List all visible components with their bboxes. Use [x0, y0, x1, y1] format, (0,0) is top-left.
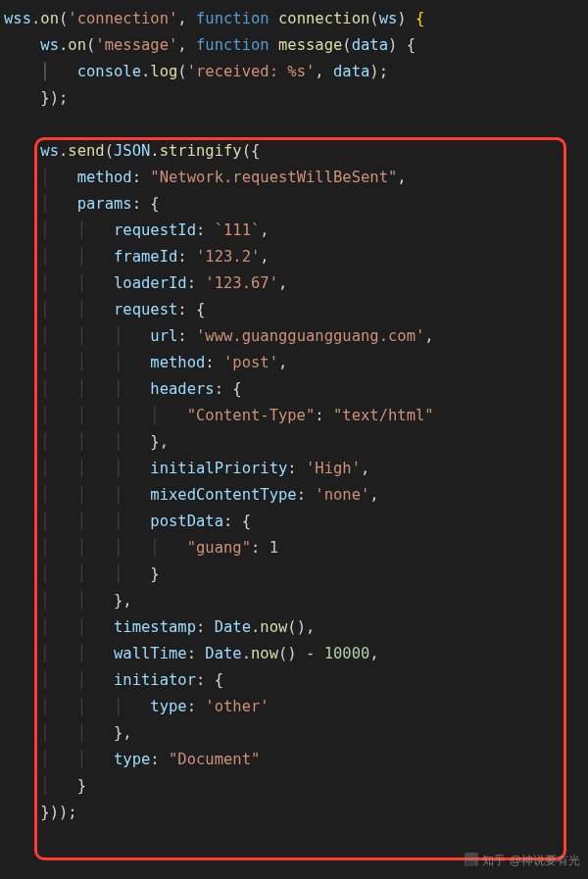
- token-str: '123.67': [205, 274, 278, 292]
- token-obj: Date: [205, 645, 241, 662]
- code-line: │ │ type: "Document": [4, 747, 588, 773]
- token-pun: [196, 645, 205, 662]
- token-fn: on: [68, 36, 86, 54]
- token-obj: JSON: [114, 142, 150, 160]
- token-pun: [187, 248, 196, 266]
- code-line: │ console.log('received: %s', data);: [4, 59, 588, 85]
- token-pun: ({: [242, 142, 261, 160]
- token-guide: │ │: [4, 248, 114, 266]
- code-line: │ │ │ url: 'www.guangguangguang.com',: [4, 323, 588, 350]
- token-pun: [260, 539, 269, 557]
- token-pun: });: [4, 89, 68, 107]
- token-kw: function: [196, 10, 270, 27]
- token-num: 10000: [324, 645, 370, 662]
- token-str: 'connection': [68, 10, 177, 27]
- code-line: │ │ │ type: 'other': [4, 694, 588, 720]
- code-line: │ method: "Network.requestWillBeSent",: [4, 165, 588, 191]
- token-guide: │ │: [4, 645, 114, 662]
- token-guide: │: [4, 169, 77, 186]
- token-pun: ,: [177, 10, 196, 27]
- token-guide: │ │: [4, 618, 114, 636]
- token-pun: ,: [315, 63, 333, 80]
- token-pun: },: [114, 724, 132, 742]
- token-pun: :: [187, 274, 196, 292]
- token-pun: :: [187, 698, 196, 715]
- token-pun: );: [369, 63, 388, 80]
- token-pun: [187, 327, 196, 345]
- code-line: │ │ },: [4, 588, 588, 614]
- token-pun: [324, 407, 333, 424]
- token-pun: [205, 221, 214, 239]
- token-pun: (),: [287, 618, 315, 636]
- token-fn: log: [150, 63, 177, 80]
- token-pun: :: [196, 618, 205, 636]
- token-pun: :: [177, 327, 186, 345]
- token-obj: initiator: [114, 671, 196, 689]
- token-pun: .: [59, 142, 68, 160]
- token-obj: data: [333, 63, 369, 80]
- token-pun: },: [114, 592, 132, 610]
- token-str: 'post': [223, 354, 278, 371]
- token-str: 'none': [315, 486, 369, 504]
- token-pun: (: [105, 142, 114, 160]
- token-guide: │ │ │: [4, 486, 150, 504]
- token-pun: [306, 486, 315, 504]
- token-pun: {: [205, 671, 223, 689]
- code-line: │ │ │ │ "guang": 1: [4, 535, 588, 562]
- token-str: "guang": [187, 539, 251, 557]
- code-line: │ │ │ }: [4, 562, 588, 588]
- code-line: │ │ │ postData: {: [4, 509, 588, 535]
- token-guide: │: [4, 777, 77, 795]
- token-guide: [4, 63, 40, 80]
- code-line: │ │ │ mixedContentType: 'none',: [4, 482, 588, 509]
- token-guide: │ │ │: [4, 327, 150, 345]
- token-obj: console: [77, 63, 141, 80]
- code-line: │ │ frameId: '123.2',: [4, 244, 588, 270]
- token-pun: ,: [260, 221, 269, 239]
- code-line: │ │ request: {: [4, 297, 588, 323]
- code-line: });: [4, 85, 588, 112]
- token-pun: ,: [361, 460, 369, 477]
- token-str: "Content-Type": [187, 407, 316, 424]
- code-line: │ │ │ │ "Content-Type": "text/html": [4, 403, 588, 429]
- token-fn: message: [278, 36, 342, 54]
- token-obj: headers: [150, 380, 214, 398]
- code-line: │ }: [4, 773, 588, 800]
- token-kw: function: [196, 36, 270, 54]
- token-fn: stringify: [160, 142, 242, 160]
- code-line: ws.send(JSON.stringify({: [4, 138, 588, 165]
- token-pun: [315, 645, 323, 662]
- token-str: `111`: [215, 221, 261, 239]
- token-pun: .: [251, 618, 260, 636]
- token-str: 'www.guangguangguang.com': [196, 327, 424, 345]
- token-pun: }));: [4, 804, 77, 821]
- token-pun: ,: [369, 645, 378, 662]
- token-str: 'message': [95, 36, 177, 54]
- token-guide: │ │ │: [4, 565, 150, 583]
- code-line: [4, 112, 588, 138]
- token-obj: type: [150, 698, 186, 715]
- code-line: │ │ },: [4, 720, 588, 747]
- token-pun: [270, 36, 278, 54]
- token-pun: ,: [369, 486, 378, 504]
- token-guide: │ │: [4, 221, 114, 239]
- token-pun: :: [297, 486, 306, 504]
- token-pun: }: [150, 565, 159, 583]
- token-pun: ,: [278, 354, 287, 371]
- token-guide: │ │ │: [4, 460, 150, 477]
- token-str: 'other': [205, 698, 269, 715]
- token-pun: (: [59, 10, 68, 27]
- token-guide: │ │ │: [4, 354, 150, 371]
- token-obj: type: [114, 751, 150, 768]
- token-obj: initialPriority: [150, 460, 287, 477]
- code-line: }));: [4, 800, 588, 826]
- token-obj: params: [77, 195, 132, 213]
- token-pun: :: [177, 301, 186, 318]
- token-guide: │ │ │ │: [4, 539, 187, 557]
- token-pun: :: [315, 407, 323, 424]
- code-line: │ │ wallTime: Date.now() - 10000,: [4, 641, 588, 667]
- code-line: │ │ timestamp: Date.now(),: [4, 614, 588, 641]
- code-line: │ │ │ headers: {: [4, 376, 588, 403]
- watermark: 知乎 @神说要有光: [465, 848, 580, 874]
- token-pun: [4, 142, 40, 160]
